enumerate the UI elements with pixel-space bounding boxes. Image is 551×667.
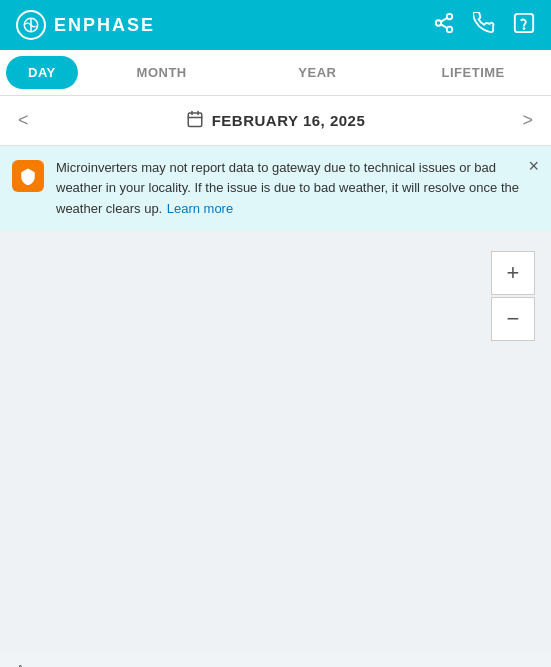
- logo: ENPHASE: [16, 10, 155, 40]
- tab-day[interactable]: DAY: [6, 56, 78, 89]
- next-date-button[interactable]: >: [512, 100, 543, 141]
- alert-banner: Microinverters may not report data to ga…: [0, 146, 551, 231]
- tab-month[interactable]: MONTH: [84, 50, 240, 95]
- share-icon[interactable]: [433, 12, 455, 39]
- svg-rect-9: [188, 113, 202, 127]
- header: ENPHASE: [0, 0, 551, 50]
- alert-learn-more-link[interactable]: Learn more: [167, 201, 233, 216]
- svg-line-5: [441, 24, 447, 28]
- svg-point-8: [524, 28, 525, 29]
- date-content: FEBRUARY 16, 2025: [186, 110, 366, 132]
- array-section: Array 10Wh 10Wh 10Wh 10Wh 10Wh 10Wh 10Wh…: [0, 652, 551, 668]
- alert-shield-icon: [12, 160, 44, 192]
- header-icons: [433, 12, 535, 39]
- array-label: Array: [16, 662, 535, 668]
- alert-message: Microinverters may not report data to ga…: [56, 160, 519, 216]
- calendar-icon: [186, 110, 204, 132]
- tab-year[interactable]: YEAR: [240, 50, 396, 95]
- tab-lifetime[interactable]: LIFETIME: [395, 50, 551, 95]
- svg-line-6: [441, 17, 447, 21]
- main-content: + −: [0, 231, 551, 652]
- alert-close-button[interactable]: ×: [528, 156, 539, 177]
- logo-icon: [16, 10, 46, 40]
- zoom-out-button[interactable]: −: [491, 297, 535, 341]
- date-nav: < FEBRUARY 16, 2025 >: [0, 96, 551, 146]
- logo-text: ENPHASE: [54, 15, 155, 36]
- zoom-in-button[interactable]: +: [491, 251, 535, 295]
- prev-date-button[interactable]: <: [8, 100, 39, 141]
- help-icon[interactable]: [513, 12, 535, 39]
- tabs: DAY MONTH YEAR LIFETIME: [0, 50, 551, 96]
- zoom-controls: + −: [491, 251, 535, 341]
- alert-content: Microinverters may not report data to ga…: [56, 158, 535, 219]
- phone-icon[interactable]: [473, 12, 495, 39]
- current-date: FEBRUARY 16, 2025: [212, 112, 366, 129]
